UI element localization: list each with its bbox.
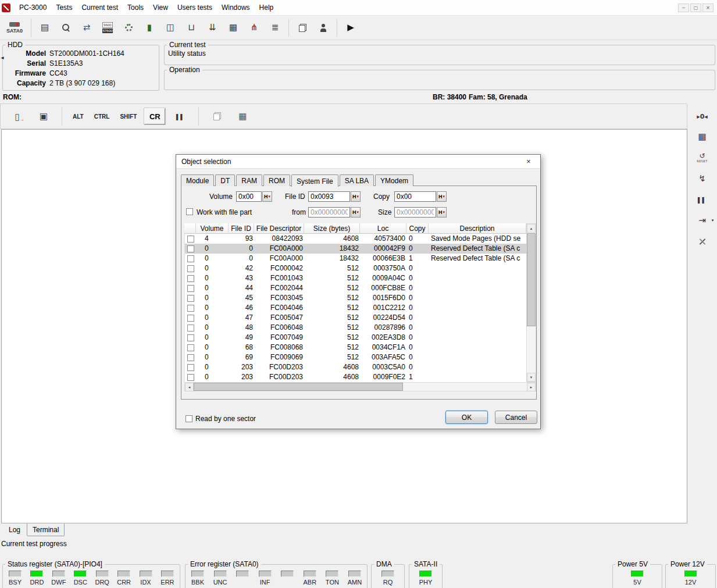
size-input[interactable] bbox=[394, 207, 436, 218]
table-row[interactable]: 0 43 FC001043 512 0009A04C 0 bbox=[185, 273, 536, 283]
tab-system-file[interactable]: System File bbox=[291, 174, 338, 187]
keyboard-button[interactable] bbox=[232, 106, 253, 127]
vertical-scrollbar[interactable]: ▲ ▼ bbox=[526, 223, 536, 382]
scroll-down-icon[interactable]: ▼ bbox=[527, 373, 536, 382]
chevron-down-icon[interactable]: ▼ bbox=[711, 219, 715, 222]
tab-log[interactable]: Log bbox=[3, 524, 26, 536]
copy-log-button[interactable] bbox=[206, 106, 227, 127]
row-checkbox[interactable] bbox=[185, 352, 197, 362]
menu-item-current-test[interactable]: Current test bbox=[77, 1, 123, 15]
table-row[interactable]: 0 68 FC008068 512 0034CF1A 0 bbox=[185, 343, 536, 352]
menu-item-windows[interactable]: Windows bbox=[217, 1, 255, 15]
tab-rom[interactable]: ROM bbox=[263, 174, 290, 186]
menu-item-view[interactable]: View bbox=[148, 1, 173, 15]
terminal-mode-button[interactable]: ▼ bbox=[691, 212, 714, 229]
baud-rate-button[interactable]: 9600 57600 bbox=[97, 17, 118, 38]
volume-input[interactable] bbox=[236, 191, 262, 202]
ctrl-key-button[interactable]: CTRL bbox=[91, 111, 113, 122]
header-size-bytes[interactable]: Size (bytes) bbox=[304, 223, 360, 234]
merge-down-button[interactable] bbox=[202, 17, 223, 38]
work-with-file-part-checkbox[interactable] bbox=[186, 208, 193, 216]
header-loc[interactable]: Loc bbox=[360, 223, 406, 234]
cancel-button[interactable]: Cancel bbox=[495, 411, 537, 424]
header-file-descriptor[interactable]: File Descriptor bbox=[254, 223, 304, 234]
collapse-panel-arrow[interactable]: ◄ bbox=[0, 55, 5, 60]
row-checkbox[interactable] bbox=[185, 244, 197, 254]
horizontal-scrollbar[interactable]: ◄ ► bbox=[184, 382, 536, 391]
menu-item-help[interactable]: Help bbox=[255, 1, 279, 15]
row-checkbox[interactable] bbox=[185, 234, 197, 244]
row-checkbox[interactable] bbox=[185, 273, 197, 283]
reset-button[interactable] bbox=[691, 149, 714, 166]
table-row[interactable]: 0 203 FC00D203 4608 0003C5A0 0 bbox=[185, 362, 536, 372]
table-row[interactable]: 0 46 FC004046 512 001C2212 0 bbox=[185, 303, 536, 313]
copy-button[interactable] bbox=[292, 17, 313, 38]
copy-hex-button[interactable]: H bbox=[437, 191, 447, 202]
row-checkbox[interactable] bbox=[185, 333, 197, 343]
file-id-input[interactable] bbox=[308, 191, 350, 202]
header-volume[interactable]: Volume bbox=[196, 223, 229, 234]
row-checkbox[interactable] bbox=[185, 343, 197, 352]
chip-button[interactable] bbox=[691, 128, 714, 145]
scroll-right-icon[interactable]: ► bbox=[527, 383, 536, 391]
tab-ram[interactable]: RAM bbox=[236, 174, 262, 186]
utility-status-button[interactable] bbox=[34, 17, 55, 38]
menu-item-tests[interactable]: Tests bbox=[51, 1, 77, 15]
row-checkbox[interactable] bbox=[185, 323, 197, 333]
row-checkbox[interactable] bbox=[185, 283, 197, 293]
row-checkbox[interactable] bbox=[185, 362, 197, 372]
sata-port-button[interactable]: SATA0 bbox=[1, 17, 28, 38]
drive-switch-button[interactable] bbox=[76, 17, 97, 38]
dialog-title-bar[interactable]: Object selection × bbox=[176, 155, 540, 169]
row-checkbox[interactable] bbox=[185, 303, 197, 313]
menu-item-tools[interactable]: Tools bbox=[123, 1, 148, 15]
tab-sa-lba[interactable]: SA LBA bbox=[340, 174, 374, 186]
header-file-id[interactable]: File ID bbox=[229, 223, 254, 234]
drive-tray-button[interactable] bbox=[181, 17, 202, 38]
row-checkbox[interactable] bbox=[185, 254, 197, 263]
shift-key-button[interactable]: SHIFT bbox=[117, 111, 140, 122]
alt-key-button[interactable]: ALT bbox=[70, 111, 87, 122]
from-hex-button[interactable]: H bbox=[351, 207, 361, 218]
cr-button[interactable]: CR bbox=[144, 108, 165, 124]
grid-view-button[interactable] bbox=[223, 17, 244, 38]
table-row[interactable]: 4 93 08422093 4608 40573400 0 Saved Mode… bbox=[185, 234, 536, 244]
tab-terminal[interactable]: Terminal bbox=[27, 523, 65, 536]
file-id-hex-button[interactable]: H bbox=[351, 191, 361, 202]
script-button[interactable] bbox=[265, 17, 286, 38]
package-button[interactable] bbox=[33, 106, 54, 127]
row-checkbox[interactable] bbox=[185, 263, 197, 273]
horizontal-scroll-thumb[interactable] bbox=[194, 383, 403, 391]
minimize-icon[interactable] bbox=[678, 3, 689, 12]
pause-button[interactable] bbox=[170, 106, 191, 127]
flash-card-button[interactable] bbox=[160, 17, 181, 38]
vertical-scroll-thumb[interactable] bbox=[527, 233, 536, 326]
header-checkbox[interactable] bbox=[184, 223, 196, 234]
scroll-left-icon[interactable]: ◄ bbox=[185, 383, 194, 391]
tools-button[interactable] bbox=[691, 233, 714, 250]
table-row[interactable]: 0 47 FC005047 512 00224D54 0 bbox=[185, 313, 536, 323]
table-row[interactable]: 0 0 FC00A000 18432 000042F9 0 Reserved D… bbox=[185, 244, 536, 254]
table-row[interactable]: 0 45 FC003045 512 0015F6D0 0 bbox=[185, 293, 536, 303]
row-checkbox[interactable] bbox=[185, 293, 197, 303]
tab-ymodem[interactable]: YModem bbox=[375, 174, 413, 186]
table-row[interactable]: 0 44 FC002044 512 000FCB8E 0 bbox=[185, 283, 536, 293]
start-test-button[interactable] bbox=[340, 17, 361, 38]
header-description[interactable]: Description bbox=[429, 223, 526, 234]
menu-item-users-tests[interactable]: Users tests bbox=[173, 1, 217, 15]
horizontal-scroll-track[interactable] bbox=[403, 383, 527, 391]
tab-dt[interactable]: DT bbox=[215, 174, 235, 186]
table-row[interactable]: 0 69 FC009069 512 003AFA5C 0 bbox=[185, 352, 536, 362]
table-row[interactable]: 0 0 FC00A000 18432 00066E3B 1 Reserved D… bbox=[185, 254, 536, 263]
memory-button[interactable] bbox=[139, 17, 160, 38]
row-checkbox[interactable] bbox=[185, 313, 197, 323]
table-row[interactable]: 0 42 FC000042 512 0003750A 0 bbox=[185, 263, 536, 273]
header-copy[interactable]: Copy bbox=[406, 223, 429, 234]
copy-input[interactable] bbox=[394, 191, 436, 202]
table-row[interactable]: 0 49 FC007049 512 002EA3D8 0 bbox=[185, 333, 536, 343]
menu-item-pc-3000[interactable]: PC-3000 bbox=[15, 1, 51, 15]
row-checkbox[interactable] bbox=[185, 372, 197, 382]
close-icon[interactable] bbox=[702, 3, 714, 12]
tab-module[interactable]: Module bbox=[181, 174, 214, 186]
table-row[interactable]: 0 48 FC006048 512 00287896 0 bbox=[185, 323, 536, 333]
